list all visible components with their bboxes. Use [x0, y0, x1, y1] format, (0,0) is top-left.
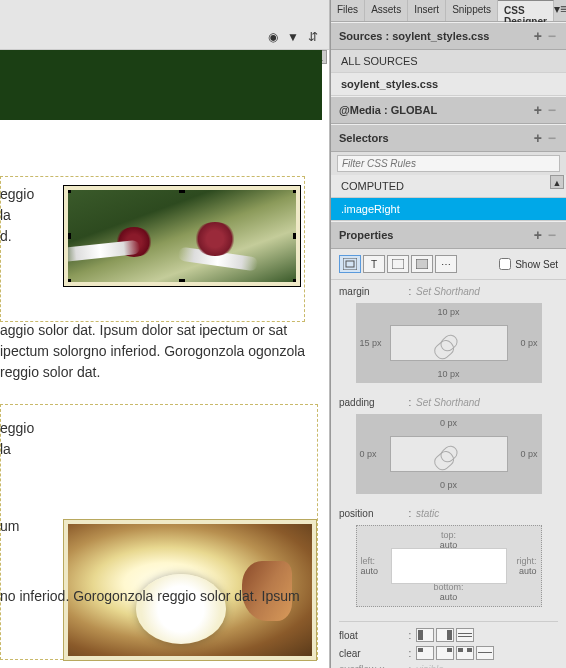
show-set-toggle[interactable]: Show Set: [499, 258, 558, 270]
clear-label: clear: [339, 648, 404, 659]
filter-input[interactable]: [337, 155, 560, 172]
remove-media-button[interactable]: −: [546, 102, 558, 118]
selectors-label: Selectors: [339, 132, 389, 144]
tab-insert[interactable]: Insert: [408, 0, 446, 21]
body-paragraph[interactable]: aggio solor dat. Ipsum dolor sat ipectum…: [0, 320, 310, 383]
media-header[interactable]: @Media : GLOBAL + −: [331, 96, 566, 124]
canvas[interactable]: ▲ eggio la d. aggio solor dat. Ipsum dol…: [0, 50, 329, 668]
float-left-icon[interactable]: [416, 628, 434, 642]
clear-row[interactable]: clear :: [339, 646, 558, 660]
overflowx-row[interactable]: overflow-x : visible: [339, 664, 558, 668]
link-icon[interactable]: [437, 443, 460, 465]
clear-left-icon[interactable]: [416, 646, 434, 660]
border-category-icon[interactable]: [387, 255, 409, 273]
add-media-button[interactable]: +: [530, 102, 546, 118]
add-selector-button[interactable]: +: [530, 130, 546, 146]
clear-none-icon[interactable]: [476, 646, 494, 660]
body-text[interactable]: eggio la d.: [0, 184, 34, 247]
float-right-icon[interactable]: [436, 628, 454, 642]
media-value: GLOBAL: [391, 104, 437, 116]
sort-icon[interactable]: ⇵: [305, 29, 321, 45]
margin-label: margin: [339, 286, 404, 297]
margin-shorthand[interactable]: Set Shorthand: [416, 286, 480, 297]
position-label: position: [339, 508, 404, 519]
text-category-icon[interactable]: T: [363, 255, 385, 273]
selector-computed[interactable]: COMPUTED: [331, 175, 566, 198]
layout-category-icon[interactable]: [339, 255, 361, 273]
filter-icon[interactable]: ▼: [285, 29, 301, 45]
background-category-icon[interactable]: [411, 255, 433, 273]
editor-pane: ◉ ▼ ⇵ ▲ eggio la d. aggio solor dat. Ips…: [0, 0, 330, 668]
clear-both-icon[interactable]: [456, 646, 474, 660]
sources-label: Sources :: [339, 30, 389, 42]
padding-left-value[interactable]: 0 px: [360, 449, 377, 459]
css-designer-panel: Files Assets Insert Snippets CSS Designe…: [330, 0, 566, 668]
tab-files[interactable]: Files: [331, 0, 365, 21]
properties-header[interactable]: Properties + −: [331, 221, 566, 249]
editor-toolbar: ◉ ▼ ⇵: [0, 0, 329, 50]
source-all[interactable]: ALL SOURCES: [331, 50, 566, 73]
padding-row[interactable]: padding : Set Shorthand: [339, 397, 558, 408]
link-icon[interactable]: [437, 332, 460, 354]
source-selected[interactable]: soylent_styles.css: [331, 73, 566, 96]
sources-file: soylent_styles.css: [392, 30, 489, 42]
padding-top-value[interactable]: 0 px: [356, 418, 542, 428]
position-box-model[interactable]: top:auto bottom:auto left:auto right:aut…: [356, 525, 542, 607]
remove-source-button[interactable]: −: [546, 28, 558, 44]
image-right-1[interactable]: [64, 186, 300, 286]
svg-rect-0: [343, 258, 357, 270]
selectors-header[interactable]: Selectors + −: [331, 124, 566, 152]
globe-icon[interactable]: ◉: [265, 29, 281, 45]
panel-tabs: Files Assets Insert Snippets CSS Designe…: [331, 0, 566, 22]
margin-right-value[interactable]: 0 px: [520, 338, 537, 348]
margin-top-value[interactable]: 10 px: [356, 307, 542, 317]
margin-row[interactable]: margin : Set Shorthand: [339, 286, 558, 297]
remove-property-button[interactable]: −: [546, 227, 558, 243]
padding-label: padding: [339, 397, 404, 408]
sources-header[interactable]: Sources : soylent_styles.css + −: [331, 22, 566, 50]
padding-bottom-value[interactable]: 0 px: [356, 480, 542, 490]
padding-right-value[interactable]: 0 px: [520, 449, 537, 459]
tab-assets[interactable]: Assets: [365, 0, 408, 21]
margin-box-model[interactable]: 10 px 10 px 15 px 0 px: [356, 303, 542, 383]
float-row[interactable]: float :: [339, 621, 558, 642]
body-text-2[interactable]: eggio la: [0, 418, 34, 460]
selectors-scroll-up[interactable]: ▲: [550, 175, 564, 189]
tab-css-designer[interactable]: CSS Designer: [498, 0, 554, 21]
overflowx-value[interactable]: visible: [416, 664, 444, 668]
selector-imageright[interactable]: .imageRight: [331, 198, 566, 221]
position-value[interactable]: static: [416, 508, 439, 519]
overflowx-label: overflow-x: [339, 664, 404, 668]
add-source-button[interactable]: +: [530, 28, 546, 44]
media-label: @Media :: [339, 104, 388, 116]
padding-shorthand[interactable]: Set Shorthand: [416, 397, 480, 408]
header-banner: [0, 50, 322, 120]
body-text-3[interactable]: um: [0, 516, 19, 537]
show-set-checkbox[interactable]: [499, 258, 511, 270]
tab-snippets[interactable]: Snippets: [446, 0, 498, 21]
more-category-icon[interactable]: ⋯: [435, 255, 457, 273]
svg-rect-1: [346, 261, 354, 267]
float-label: float: [339, 630, 404, 641]
svg-rect-2: [392, 259, 404, 269]
properties-label: Properties: [339, 229, 393, 241]
body-paragraph-2[interactable]: no inferiod. Gorogonzola reggio solor da…: [0, 586, 314, 607]
position-row[interactable]: position : static: [339, 508, 558, 519]
svg-rect-3: [416, 259, 428, 269]
clear-right-icon[interactable]: [436, 646, 454, 660]
margin-bottom-value[interactable]: 10 px: [356, 369, 542, 379]
panel-menu-icon[interactable]: ▾≡: [554, 0, 566, 21]
float-none-icon[interactable]: [456, 628, 474, 642]
margin-left-value[interactable]: 15 px: [360, 338, 382, 348]
filter-row: [331, 152, 566, 175]
properties-body: margin : Set Shorthand 10 px 10 px 15 px…: [331, 280, 566, 668]
remove-selector-button[interactable]: −: [546, 130, 558, 146]
add-property-button[interactable]: +: [530, 227, 546, 243]
property-category-icons: T ⋯ Show Set: [331, 249, 566, 280]
padding-box-model[interactable]: 0 px 0 px 0 px 0 px: [356, 414, 542, 494]
